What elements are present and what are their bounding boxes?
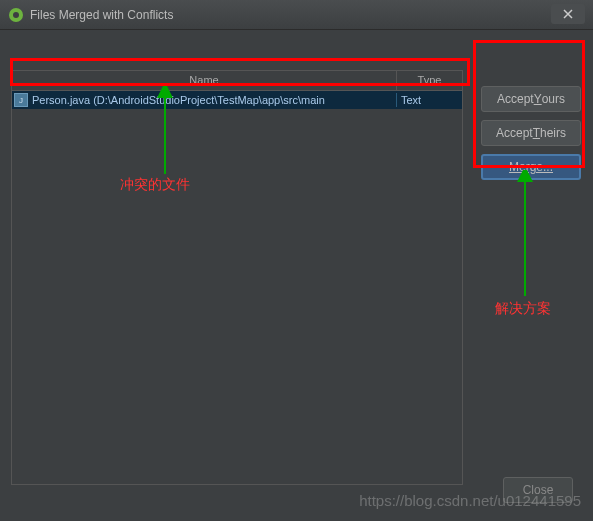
annotation-conflict-file: 冲突的文件 — [120, 176, 190, 194]
app-icon — [8, 7, 24, 23]
annotation-solution: 解决方案 — [495, 300, 551, 318]
dialog-content: Name Type J Person.java (D:\AndroidStudi… — [0, 30, 593, 521]
file-list-panel: Name Type J Person.java (D:\AndroidStudi… — [11, 70, 463, 485]
accept-yours-button[interactable]: Accept Yours — [481, 86, 581, 112]
java-file-icon: J — [14, 93, 28, 107]
file-path: Person.java (D:\AndroidStudioProject\Tes… — [32, 94, 325, 106]
close-button[interactable]: Close — [503, 477, 573, 503]
titlebar: Files Merged with Conflicts — [0, 0, 593, 30]
header-type[interactable]: Type — [397, 71, 462, 90]
table-header: Name Type — [12, 71, 462, 91]
cell-name: J Person.java (D:\AndroidStudioProject\T… — [12, 93, 397, 107]
window-close-button[interactable] — [551, 4, 585, 24]
action-buttons: Accept Yours Accept Theirs Merge... — [481, 86, 581, 180]
svg-point-1 — [13, 12, 19, 18]
accept-theirs-button[interactable]: Accept Theirs — [481, 120, 581, 146]
table-row[interactable]: J Person.java (D:\AndroidStudioProject\T… — [12, 91, 462, 109]
cell-type: Text — [397, 94, 462, 106]
header-name[interactable]: Name — [12, 71, 397, 90]
window-title: Files Merged with Conflicts — [30, 8, 585, 22]
merge-button[interactable]: Merge... — [481, 154, 581, 180]
